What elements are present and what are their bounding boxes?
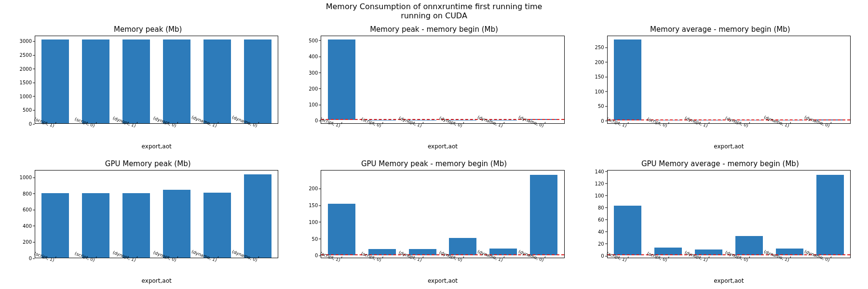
y-tick-label: 120 bbox=[595, 181, 604, 186]
bar bbox=[328, 39, 355, 120]
y-tick-label: 100 bbox=[309, 102, 318, 107]
bar bbox=[41, 39, 69, 123]
bar bbox=[614, 39, 641, 120]
subplot: GPU Memory average - memory begin (Mb)02… bbox=[587, 159, 854, 285]
x-axis-label: export,aot bbox=[321, 277, 564, 284]
y-tick-label: 100 bbox=[309, 219, 318, 224]
y-tick-label: 3000 bbox=[20, 39, 32, 44]
y-tick-label: 0 bbox=[601, 253, 604, 259]
plot-area bbox=[321, 171, 564, 258]
y-tick-label: 400 bbox=[309, 54, 318, 59]
subplot-title: Memory average - memory begin (Mb) bbox=[587, 25, 854, 34]
y-tick-label: 2000 bbox=[20, 66, 32, 71]
y-ticks: 050100150200 bbox=[300, 170, 320, 258]
y-tick-label: 300 bbox=[309, 70, 318, 75]
y-ticks: 020406080100120140 bbox=[587, 170, 606, 258]
y-ticks: 050100150200250 bbox=[587, 36, 606, 124]
x-axis-label: export,aot bbox=[35, 143, 278, 150]
y-tick-label: 200 bbox=[595, 59, 604, 65]
y-tick-label: 40 bbox=[598, 229, 604, 234]
x-ticks: (script, 1)(script, 0)(dynopt, 1)(dynopt… bbox=[35, 124, 278, 151]
axes bbox=[35, 170, 278, 258]
subplot: Memory peak - memory begin (Mb)010020030… bbox=[300, 25, 567, 151]
bar bbox=[449, 238, 476, 255]
bar bbox=[122, 193, 150, 258]
y-tick-label: 0 bbox=[315, 118, 318, 123]
axes bbox=[321, 36, 564, 124]
figure: Memory Consumption of onnxruntime first … bbox=[0, 0, 868, 289]
y-tick-label: 1000 bbox=[20, 175, 32, 180]
bar bbox=[122, 39, 150, 123]
bar bbox=[41, 193, 69, 258]
y-tick-label: 500 bbox=[23, 107, 32, 113]
suptitle-line2: running on CUDA bbox=[401, 11, 467, 20]
subplot-title: GPU Memory peak (Mb) bbox=[14, 159, 281, 168]
y-tick-label: 80 bbox=[598, 205, 604, 210]
subplot: Memory peak (Mb)050010001500200025003000… bbox=[14, 25, 281, 151]
x-axis-label: export,aot bbox=[35, 277, 278, 284]
y-ticks: 02004006008001000 bbox=[14, 170, 34, 258]
axes bbox=[607, 36, 851, 124]
x-ticks: (script, 1)(script, 0)(dynopt, 1)(dynopt… bbox=[607, 124, 851, 151]
y-tick-label: 800 bbox=[23, 191, 32, 196]
y-tick-label: 200 bbox=[309, 186, 318, 191]
bar bbox=[203, 39, 231, 123]
y-tick-label: 1000 bbox=[20, 93, 32, 99]
y-tick-label: 400 bbox=[23, 223, 32, 228]
subplot-title: GPU Memory peak - memory begin (Mb) bbox=[300, 159, 567, 168]
y-tick-label: 20 bbox=[598, 241, 604, 246]
plot-area bbox=[35, 171, 278, 258]
bar bbox=[244, 174, 271, 258]
y-tick-label: 1500 bbox=[20, 80, 32, 85]
x-ticks: (script, 1)(script, 0)(dynopt, 1)(dynopt… bbox=[607, 258, 851, 285]
plot-area bbox=[321, 36, 564, 123]
subplot: GPU Memory peak - memory begin (Mb)05010… bbox=[300, 159, 567, 285]
y-tick-label: 250 bbox=[595, 45, 604, 50]
bar bbox=[530, 175, 557, 255]
subplot-title: Memory peak - memory begin (Mb) bbox=[300, 25, 567, 34]
plot-area bbox=[608, 36, 850, 123]
plot-area bbox=[608, 171, 850, 258]
bar bbox=[328, 204, 355, 255]
bar bbox=[614, 206, 641, 255]
subplot-grid: Memory peak (Mb)050010001500200025003000… bbox=[14, 25, 854, 285]
subplot: Memory average - memory begin (Mb)050100… bbox=[587, 25, 854, 151]
y-tick-label: 0 bbox=[601, 118, 604, 123]
bar bbox=[82, 193, 109, 258]
y-tick-label: 150 bbox=[309, 203, 318, 208]
y-tick-label: 140 bbox=[595, 169, 604, 174]
bar bbox=[163, 190, 190, 258]
y-ticks: 0100200300400500 bbox=[300, 36, 320, 124]
x-axis-label: export,aot bbox=[321, 143, 564, 150]
axes bbox=[321, 170, 564, 258]
figure-suptitle: Memory Consumption of onnxruntime first … bbox=[0, 2, 868, 20]
y-tick-label: 150 bbox=[595, 74, 604, 79]
y-tick-label: 50 bbox=[598, 104, 604, 109]
bar bbox=[82, 39, 109, 123]
axes bbox=[607, 170, 851, 258]
y-tick-label: 100 bbox=[595, 193, 604, 198]
plot-area bbox=[35, 36, 278, 123]
y-tick-label: 100 bbox=[595, 89, 604, 94]
y-tick-label: 500 bbox=[309, 38, 318, 43]
y-tick-label: 0 bbox=[29, 256, 32, 261]
suptitle-line1: Memory Consumption of onnxruntime first … bbox=[326, 2, 542, 11]
bar bbox=[816, 175, 844, 255]
axes bbox=[35, 36, 278, 124]
y-ticks: 050010001500200025003000 bbox=[14, 36, 34, 124]
y-tick-label: 200 bbox=[23, 239, 32, 245]
x-ticks: (script, 1)(script, 0)(dynopt, 1)(dynopt… bbox=[321, 124, 564, 151]
y-tick-label: 200 bbox=[309, 86, 318, 91]
x-axis-label: export,aot bbox=[607, 143, 851, 150]
y-tick-label: 0 bbox=[29, 121, 32, 127]
bar bbox=[244, 39, 271, 123]
subplot-title: GPU Memory average - memory begin (Mb) bbox=[587, 159, 854, 168]
x-axis-label: export,aot bbox=[607, 277, 851, 284]
bar bbox=[203, 193, 231, 258]
y-tick-label: 50 bbox=[312, 236, 318, 241]
x-ticks: (script, 1)(script, 0)(dynopt, 1)(dynopt… bbox=[321, 258, 564, 285]
y-tick-label: 2500 bbox=[20, 53, 32, 58]
y-tick-label: 60 bbox=[598, 217, 604, 222]
bar bbox=[163, 39, 190, 123]
y-tick-label: 0 bbox=[315, 253, 318, 258]
